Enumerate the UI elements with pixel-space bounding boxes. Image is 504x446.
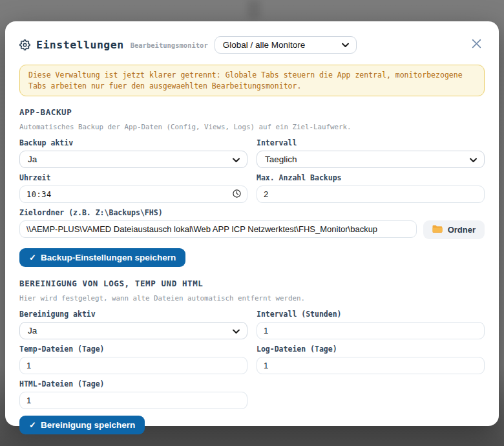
notice-banner: Diese Verwaltung ist jetzt klarer getren… (19, 65, 485, 96)
html-dateien-label: HTML-Dateien (Tage) (19, 379, 247, 388)
monitor-select[interactable]: Global / alle Monitore (215, 36, 357, 54)
save-cleanup-button[interactable]: ✓ Bereinigung speichern (19, 416, 145, 434)
chevron-down-icon (233, 326, 240, 335)
zielordner-label: Zielordner (z.B. Z:\Backups\FHS) (19, 208, 485, 217)
temp-dateien-label: Temp-Dateien (Tage) (19, 345, 247, 354)
backup-aktiv-select[interactable]: Ja (19, 151, 247, 168)
header-subtitle: Bearbeitungsmonitor (131, 41, 208, 49)
field-cleanup-intervall: Intervall (Stunden) (257, 310, 485, 339)
backup-aktiv-label: Backup aktiv (19, 138, 247, 147)
field-log-dateien: Log-Dateien (Tage) (257, 345, 485, 374)
field-backup-intervall: Intervall Taeglich (257, 138, 485, 168)
chevron-down-icon (342, 40, 349, 50)
folder-icon (432, 225, 443, 235)
modal-header: Einstellungen Bearbeitungsmonitor Global… (19, 36, 485, 54)
notice-text: Diese Verwaltung ist jetzt klarer getren… (28, 70, 463, 90)
section-app-backup: APP-BACKUP Automatisches Backup der App-… (19, 107, 485, 267)
chevron-down-icon (470, 154, 477, 164)
field-uhrzeit: Uhrzeit (19, 173, 247, 203)
cleanup-intervall-label: Intervall (Stunden) (257, 310, 485, 319)
field-backup-aktiv: Backup aktiv Ja (19, 138, 247, 168)
html-dateien-input[interactable] (19, 392, 247, 409)
ordner-button-label: Ordner (448, 225, 476, 235)
log-dateien-label: Log-Dateien (Tage) (257, 345, 485, 354)
dimmed-background-element (247, 0, 260, 19)
monitor-select-value: Global / alle Monitore (223, 40, 306, 50)
uhrzeit-label: Uhrzeit (19, 173, 247, 182)
field-zielordner: Zielordner (z.B. Z:\Backups\FHS) Ordner (19, 208, 485, 239)
cleanup-aktiv-value: Ja (28, 326, 37, 335)
section-title-backup: APP-BACKUP (19, 107, 485, 117)
save-cleanup-button-label: Bereinigung speichern (41, 420, 135, 430)
close-icon (471, 38, 482, 51)
clock-icon[interactable] (233, 189, 241, 200)
cleanup-aktiv-label: Bereinigung aktiv (19, 310, 247, 319)
field-max-backups: Max. Anzahl Backups (257, 173, 485, 203)
section-cleanup: BEREINIGUNG VON LOGS, TEMP UND HTML Hier… (19, 279, 485, 434)
backup-intervall-select[interactable]: Taeglich (257, 151, 485, 168)
gear-icon (19, 39, 30, 50)
settings-modal: Einstellungen Bearbeitungsmonitor Global… (5, 21, 499, 426)
section-desc-cleanup: Hier wird festgelegt, wann alte Dateien … (19, 294, 485, 303)
log-dateien-input[interactable] (257, 357, 485, 374)
field-html-dateien: HTML-Dateien (Tage) (19, 379, 247, 409)
save-backup-button[interactable]: ✓ Backup-Einstellungen speichern (19, 248, 185, 267)
field-temp-dateien: Temp-Dateien (Tage) (19, 345, 247, 374)
page-title: Einstellungen (36, 39, 124, 51)
backup-intervall-value: Taeglich (265, 154, 297, 164)
backup-intervall-label: Intervall (257, 138, 485, 147)
zielordner-input[interactable] (19, 220, 417, 238)
backup-aktiv-value: Ja (28, 154, 37, 164)
field-cleanup-aktiv: Bereinigung aktiv Ja (19, 310, 247, 339)
section-title-cleanup: BEREINIGUNG VON LOGS, TEMP UND HTML (19, 279, 485, 288)
ordner-button[interactable]: Ordner (423, 220, 485, 239)
close-button[interactable] (468, 36, 485, 53)
check-icon: ✓ (29, 253, 36, 262)
save-backup-button-label: Backup-Einstellungen speichern (41, 253, 176, 262)
cleanup-intervall-input[interactable] (257, 322, 485, 339)
temp-dateien-input[interactable] (19, 357, 247, 374)
max-backups-input[interactable] (257, 186, 485, 203)
uhrzeit-input[interactable] (19, 186, 247, 203)
chevron-down-icon (233, 154, 240, 164)
section-desc-backup: Automatisches Backup der App-Daten (Conf… (19, 123, 485, 131)
max-backups-label: Max. Anzahl Backups (257, 173, 485, 182)
check-icon: ✓ (29, 420, 36, 430)
cleanup-aktiv-select[interactable]: Ja (19, 322, 247, 339)
